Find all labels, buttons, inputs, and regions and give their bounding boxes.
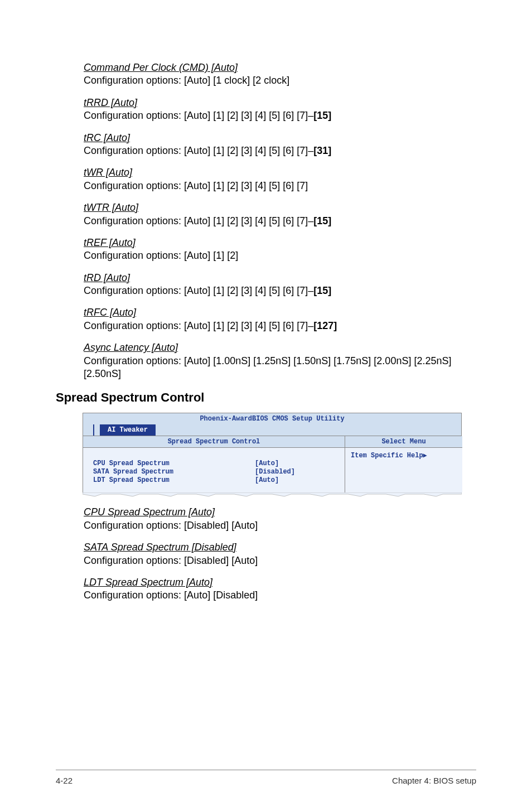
config-item: tREF [Auto] Configuration options: [Auto…: [84, 236, 476, 263]
config-item: tRFC [Auto] Configuration options: [Auto…: [84, 306, 476, 332]
bios-row[interactable]: SATA Spread Spectrum[Disabled]: [93, 468, 339, 476]
config-desc: Configuration options: [Auto] [1] [2]: [84, 249, 476, 262]
page: Command Per Clock (CMD) [Auto] Configura…: [0, 0, 532, 802]
config-title: tWR [Auto]: [84, 166, 476, 179]
bios-help-pane: Item Specific Help▶: [345, 448, 462, 492]
config-item: SATA Spread Spectrum [Disabled] Configur…: [84, 541, 476, 567]
config-desc-text: Configuration options: [Auto] [1.00nS] […: [84, 355, 451, 379]
config-desc: Configuration options: [Auto] [1] [2] [3…: [84, 109, 476, 122]
config-title: Async Latency [Auto]: [84, 341, 476, 354]
config-desc-bold: [31]: [313, 145, 331, 156]
bios-row-label: SATA Spread Spectrum: [93, 468, 255, 476]
bios-row-value: [Auto]: [255, 476, 279, 485]
config-desc-text: Configuration options: [Disabled] [Auto]: [84, 520, 258, 531]
config-desc-text: Configuration options: [Auto] [1] [2] [3…: [84, 285, 313, 296]
config-desc: Configuration options: [Auto] [1.00nS] […: [84, 355, 476, 381]
config-desc-bold: [15]: [313, 215, 331, 226]
config-desc: Configuration options: [Auto] [1] [2] [3…: [84, 284, 476, 297]
config-item: tRC [Auto] Configuration options: [Auto]…: [84, 132, 476, 158]
config-desc-text: Configuration options: [Auto] [1] [2] [3…: [84, 145, 313, 156]
config-desc: Configuration options: [Auto] [1] [2] [3…: [84, 320, 476, 332]
footer-chapter-title: Chapter 4: BIOS setup: [392, 776, 476, 785]
config-title: LDT Spread Spectrum [Auto]: [84, 576, 476, 589]
config-desc-text: Configuration options: [Auto] [1] [2] [3…: [84, 320, 313, 331]
config-title: tRFC [Auto]: [84, 306, 476, 319]
config-desc-text: Configuration options: [Auto] [Disabled]: [84, 590, 258, 601]
bios-tab-row: AI Tweaker: [83, 424, 462, 436]
config-desc: Configuration options: [Auto] [1] [2] [3…: [84, 180, 476, 192]
section-heading: Spread Spectrum Control: [56, 390, 476, 405]
config-item: Async Latency [Auto] Configuration optio…: [84, 341, 476, 380]
bios-tab[interactable]: AI Tweaker: [100, 424, 156, 436]
bios-panel: Phoenix-AwardBIOS CMOS Setup Utility AI …: [83, 413, 462, 496]
config-title: Command Per Clock (CMD) [Auto]: [84, 61, 476, 74]
config-desc-bold: [15]: [313, 285, 331, 296]
bios-row-value: [Auto]: [255, 460, 279, 468]
bios-body-left: CPU Spread Spectrum[Auto]SATA Spread Spe…: [83, 448, 345, 492]
config-item: tWTR [Auto] Configuration options: [Auto…: [84, 201, 476, 228]
config-title: tRD [Auto]: [84, 272, 476, 284]
bios-header-right: Select Menu: [345, 436, 462, 448]
config-title: SATA Spread Spectrum [Disabled]: [84, 541, 476, 554]
config-title: tWTR [Auto]: [84, 201, 476, 214]
config-desc-bold: [127]: [313, 320, 337, 331]
config-desc-text: Configuration options: [Auto] [1] [2] [3…: [84, 215, 313, 226]
config-desc: Configuration options: [Auto] [1] [2] [3…: [84, 215, 476, 228]
page-footer: 4-22 Chapter 4: BIOS setup: [56, 770, 476, 785]
config-desc: Configuration options: [Disabled] [Auto]: [84, 519, 476, 532]
config-item: tRRD [Auto] Configuration options: [Auto…: [84, 96, 476, 123]
config-title: tRC [Auto]: [84, 132, 476, 144]
config-title: tREF [Auto]: [84, 236, 476, 249]
bios-header-left: Spread Spectrum Control: [83, 436, 345, 448]
config-desc: Configuration options: [Disabled] [Auto]: [84, 554, 476, 567]
config-item: tWR [Auto] Configuration options: [Auto]…: [84, 166, 476, 192]
config-item: LDT Spread Spectrum [Auto] Configuration…: [84, 576, 476, 602]
config-item: Command Per Clock (CMD) [Auto] Configura…: [84, 61, 476, 88]
config-desc-text: Configuration options: [Auto] [1] [2]: [84, 250, 238, 261]
bios-row[interactable]: CPU Spread Spectrum[Auto]: [93, 460, 339, 468]
bios-torn-edge: [83, 492, 462, 496]
bios-row[interactable]: LDT Spread Spectrum[Auto]: [93, 476, 339, 485]
config-desc: Configuration options: [Auto] [1 clock] …: [84, 74, 476, 87]
config-title: tRRD [Auto]: [84, 96, 476, 109]
config-desc-text: Configuration options: [Auto] [1] [2] [3…: [84, 180, 308, 191]
config-desc-text: Configuration options: [Disabled] [Auto]: [84, 555, 258, 566]
content-area: Command Per Clock (CMD) [Auto] Configura…: [56, 61, 476, 747]
config-desc-text: Configuration options: [Auto] [1] [2] [3…: [84, 110, 313, 121]
config-title: CPU Spread Spectrum [Auto]: [84, 506, 476, 519]
bios-title: Phoenix-AwardBIOS CMOS Setup Utility: [83, 413, 462, 424]
config-desc: Configuration options: [Auto] [1] [2] [3…: [84, 144, 476, 157]
bios-grid: Spread Spectrum Control Select Menu CPU …: [83, 436, 462, 493]
config-item: tRD [Auto] Configuration options: [Auto]…: [84, 272, 476, 298]
config-desc-bold: [15]: [313, 110, 331, 121]
bios-row-label: LDT Spread Spectrum: [93, 476, 255, 485]
footer-page-number: 4-22: [56, 776, 72, 785]
config-item: CPU Spread Spectrum [Auto] Configuration…: [84, 506, 476, 532]
bios-tab-marker: [93, 424, 100, 436]
config-desc: Configuration options: [Auto] [Disabled]: [84, 589, 476, 602]
config-desc-text: Configuration options: [Auto] [1 clock] …: [84, 75, 289, 86]
bios-row-label: CPU Spread Spectrum: [93, 460, 255, 468]
bios-row-value: [Disabled]: [255, 468, 295, 476]
